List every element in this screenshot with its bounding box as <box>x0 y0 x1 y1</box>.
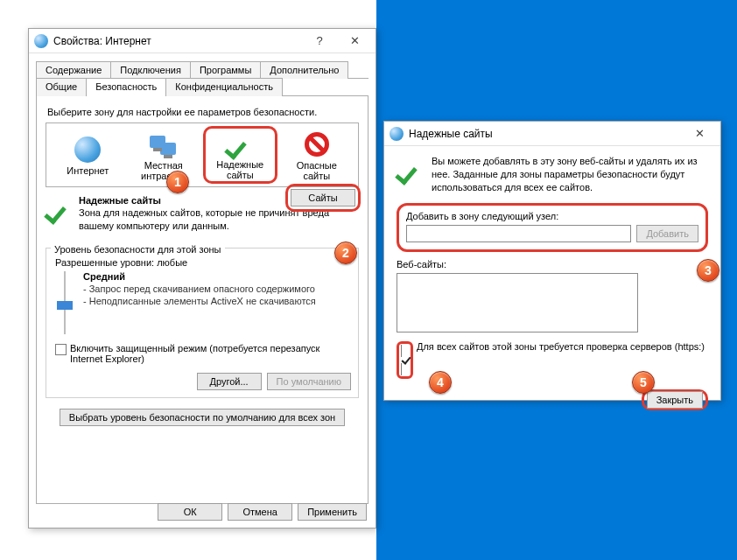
zone-trusted[interactable]: Надежные сайты <box>203 126 277 184</box>
zone-internet-label: Интернет <box>53 165 123 176</box>
cancel-button[interactable]: Отмена <box>228 503 292 521</box>
require-https-label: Для всех сайтов этой зоны требуется пров… <box>417 341 705 352</box>
tab-connections[interactable]: Подключения <box>110 61 191 79</box>
apply-button[interactable]: Применить <box>298 503 367 521</box>
blocked-icon <box>305 132 329 157</box>
checkmark-icon <box>397 155 425 183</box>
step-badge-1: 1 <box>166 171 189 193</box>
protected-mode-label: Включить защищенный режим (потребуется п… <box>70 343 349 364</box>
help-button[interactable]: ? <box>302 31 337 52</box>
add-button[interactable]: Добавить <box>636 225 698 242</box>
zone-internet[interactable]: Интернет <box>52 134 124 176</box>
tab-privacy[interactable]: Конфиденциальность <box>165 78 283 96</box>
tab-general[interactable]: Общие <box>36 78 87 96</box>
security-level-group-title: Уровень безопасности для этой зоны <box>51 244 225 255</box>
add-site-label: Добавить в зону следующий узел: <box>406 211 698 221</box>
title-bar[interactable]: Надежные сайты ✕ <box>384 122 720 146</box>
window-title: Надежные сайты <box>409 128 493 140</box>
add-site-group: Добавить в зону следующий узел: Добавить <box>397 203 708 252</box>
internet-options-window: Свойства: Интернет ? ✕ Содержание Подклю… <box>28 28 376 528</box>
globe-icon <box>390 127 404 141</box>
zone-title: Надежные сайты <box>79 195 161 206</box>
step-badge-4: 4 <box>429 371 452 394</box>
checkmark-icon <box>226 130 254 158</box>
zone-intranet[interactable]: Местная интрасеть <box>128 129 200 181</box>
globe-icon <box>74 136 101 163</box>
step-badge-3: 3 <box>697 259 719 282</box>
title-bar[interactable]: Свойства: Интернет ? ✕ <box>29 29 376 53</box>
tab-content[interactable]: Содержание <box>36 61 111 79</box>
tab-security[interactable]: Безопасность <box>86 78 166 96</box>
close-button[interactable]: ✕ <box>337 31 372 52</box>
zone-trusted-label: Надежные сайты <box>206 159 275 180</box>
security-level-slider[interactable] <box>57 271 73 334</box>
step-badge-2: 2 <box>334 242 357 264</box>
checkmark-icon <box>46 194 74 222</box>
default-level-button[interactable]: По умолчанию <box>267 373 351 390</box>
tab-advanced[interactable]: Дополнительно <box>260 61 348 79</box>
close-dialog-button[interactable]: Закрыть <box>647 391 703 409</box>
trusted-sites-window: Надежные сайты ✕ Вы можете добавлять в э… <box>383 121 721 401</box>
window-title: Свойства: Интернет <box>53 35 151 47</box>
sites-button[interactable]: Сайты <box>291 189 355 206</box>
require-https-checkbox[interactable] <box>401 345 409 375</box>
sites-listbox[interactable] <box>397 273 638 332</box>
add-site-input[interactable] <box>406 225 631 242</box>
step-badge-5: 5 <box>632 371 655 394</box>
zone-restricted[interactable]: Опасные сайты <box>281 129 354 181</box>
sites-list-label: Веб-сайты: <box>397 259 638 270</box>
level-detail-1: - Запрос перед скачиванием опасного соде… <box>83 284 316 294</box>
globe-icon <box>34 34 48 48</box>
intranet-icon <box>150 130 178 158</box>
ok-button[interactable]: ОК <box>158 503 222 521</box>
allowed-levels: Разрешенные уровни: любые <box>55 257 351 268</box>
protected-mode-checkbox[interactable] <box>55 344 67 355</box>
level-detail-2: - Неподписанные элементы ActiveX не скач… <box>83 296 316 306</box>
tab-programs[interactable]: Программы <box>190 61 261 79</box>
custom-level-button[interactable]: Другой... <box>197 373 262 390</box>
reset-all-zones-button[interactable]: Выбрать уровень безопасности по умолчани… <box>60 409 345 426</box>
level-name: Средний <box>83 271 125 282</box>
info-text: Вы можете добавлять в эту зону веб-сайты… <box>432 155 708 194</box>
zone-restricted-label: Опасные сайты <box>283 160 352 181</box>
tab-panel-security: Выберите зону для настройки ее параметро… <box>36 96 368 504</box>
close-button[interactable]: ✕ <box>682 123 717 144</box>
slider-thumb[interactable] <box>57 301 73 310</box>
zone-selector: Интернет Местная интрасеть Надежные сайт… <box>46 122 359 187</box>
prompt-text: Выберите зону для настройки ее параметро… <box>47 107 359 117</box>
